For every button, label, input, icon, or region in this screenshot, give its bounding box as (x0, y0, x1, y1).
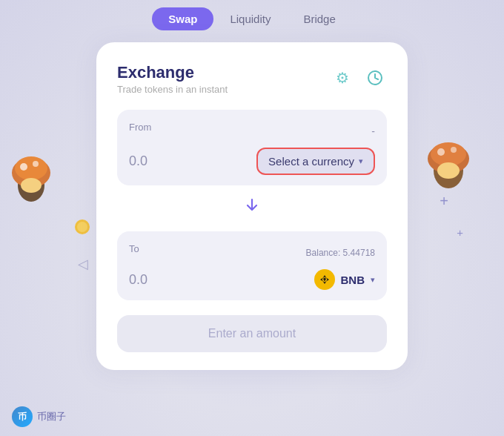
from-dash: - (371, 125, 375, 137)
to-balance: Balance: 5.44718 (306, 248, 375, 258)
to-panel: To Balance: 5.44718 0.0 BNB (117, 231, 387, 300)
svg-point-2 (15, 156, 47, 180)
from-label: From (129, 122, 151, 133)
svg-point-5 (21, 178, 42, 193)
from-panel-top: From - (129, 122, 375, 140)
enter-amount-button[interactable]: Enter an amount (117, 315, 387, 352)
bnb-chevron-icon: ▾ (371, 275, 375, 285)
bnb-label: BNB (341, 274, 365, 286)
card-title-area: Exchange Trade tokens in an instant (117, 63, 228, 95)
plus-sign-1: + (440, 193, 448, 210)
to-panel-bottom: 0.0 BNB ▾ (129, 269, 375, 290)
svg-point-4 (33, 161, 39, 167)
card-header: Exchange Trade tokens in an instant ⚙ (117, 63, 387, 95)
card-subtitle: Trade tokens in an instant (117, 84, 228, 95)
to-amount: 0.0 (129, 272, 147, 288)
plus-sign-2: + (457, 226, 463, 239)
watermark-text: 币圈子 (37, 410, 66, 423)
svg-point-11 (437, 148, 445, 156)
svg-point-3 (20, 163, 27, 171)
tab-liquidity[interactable]: Liquidity (213, 7, 287, 30)
to-label: To (129, 243, 139, 254)
card-title: Exchange (117, 63, 228, 82)
history-icon[interactable] (363, 66, 387, 90)
to-panel-top: To Balance: 5.44718 (129, 243, 375, 262)
left-arrow-hint: ◁ (78, 256, 88, 272)
from-panel: From - 0.0 Select a currency ▾ (117, 110, 387, 185)
currency-chevron-icon: ▾ (359, 156, 363, 166)
svg-point-13 (437, 162, 460, 179)
exchange-card: Exchange Trade tokens in an instant ⚙ Fr… (96, 42, 408, 370)
select-currency-label: Select a currency (268, 155, 354, 168)
watermark: 币 币圈子 (12, 406, 66, 427)
svg-point-7 (77, 222, 87, 232)
select-currency-button[interactable]: Select a currency ▾ (256, 148, 375, 175)
svg-point-12 (451, 147, 457, 153)
tab-bridge[interactable]: Bridge (287, 7, 351, 30)
bnb-icon (314, 269, 335, 290)
from-amount: 0.0 (129, 153, 147, 169)
card-icons: ⚙ (331, 66, 387, 90)
swap-arrow-container (117, 193, 387, 217)
swap-direction-icon[interactable] (240, 193, 264, 217)
from-panel-bottom: 0.0 Select a currency ▾ (129, 148, 375, 175)
bnb-token-selector[interactable]: BNB ▾ (314, 269, 376, 290)
tab-swap[interactable]: Swap (152, 7, 213, 30)
tab-bar: Swap Liquidity Bridge (0, 0, 504, 42)
settings-icon[interactable]: ⚙ (331, 66, 354, 90)
watermark-icon: 币 (12, 406, 33, 427)
